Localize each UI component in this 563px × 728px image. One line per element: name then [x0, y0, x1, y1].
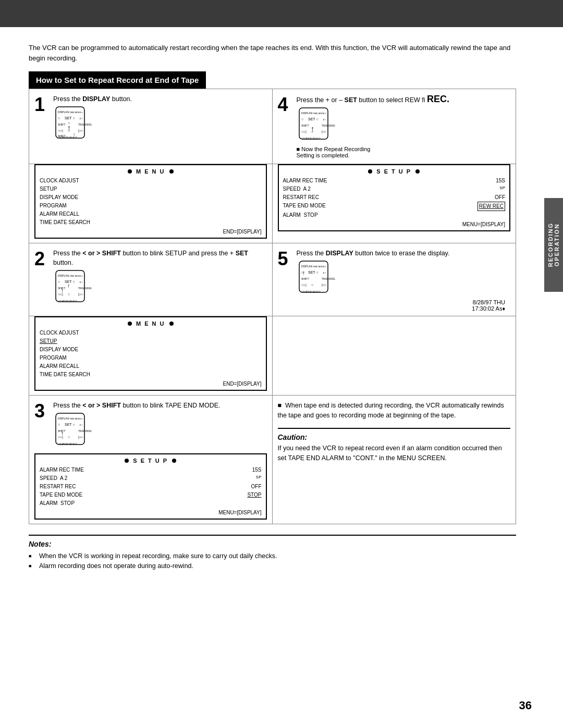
svg-text:○◁: ○◁	[301, 283, 307, 287]
menu-dot-left	[128, 169, 132, 174]
step-4-text: Press the + or – SET button to select RE…	[297, 94, 511, 105]
menu-item-setup-2: SETUP	[40, 337, 262, 346]
svg-text:○: ○	[68, 292, 70, 296]
svg-text:LOCATION SELECT: LOCATION SELECT	[301, 290, 321, 293]
menu-item-display-2: DISPLAY MODE	[40, 346, 262, 354]
setup-dot-left-4	[368, 169, 372, 174]
step-1-menu-items: CLOCK ADJUST SETUP DISPLAY MODE PROGRAM …	[40, 177, 262, 227]
step-2-menu-footer: END=[DISPLAY]	[40, 381, 262, 387]
menu-row-1: M E N U CLOCK ADJUST SETUP DISPLAY MODE …	[29, 164, 516, 243]
note-item-1: When the VCR is working in repeat record…	[29, 551, 516, 561]
svg-text:↑: ↑	[67, 124, 71, 132]
svg-text:∨TIME MODE∧: ∨TIME MODE∧	[311, 265, 326, 268]
step-3-number: 3	[34, 402, 49, 449]
svg-text:○◁: ○◁	[301, 130, 307, 133]
step-5-right-cell	[273, 316, 516, 395]
step-4-remote-svg: DISPLAY ∨TIME MODE∧ ○ SET ○ ∧○ SHIFT TRA…	[297, 107, 344, 142]
step-2-menu-items: CLOCK ADJUST SETUP DISPLAY MODE PROGRAM …	[40, 329, 262, 379]
step-1-menu-header: M E N U	[40, 168, 262, 175]
step-4-remote: DISPLAY ∨TIME MODE∧ ○ SET ○ ∧○ SHIFT TRA…	[297, 107, 511, 144]
step-2-remote-svg: DISPLAY ∨TIME MODE∧ ○ SET ○ ∧○ SHIFT TRA…	[53, 269, 100, 305]
menu-item-setup: SETUP	[40, 185, 262, 193]
setup-label: SPEED A 2	[40, 474, 67, 483]
section-heading: How to Set to Repeat Record at End of Ta…	[29, 71, 206, 89]
menu-item-alarm-2: ALARM RECALL	[40, 362, 262, 371]
svg-text:∨TIME MODE∧: ∨TIME MODE∧	[311, 112, 326, 115]
step-3-setup-header: S E T U P	[40, 458, 262, 464]
step-4-setup-header: S E T U P	[283, 168, 506, 175]
setup-row-5-3: ALARM STOP	[40, 499, 262, 508]
svg-text:SET ○: SET ○	[308, 270, 319, 274]
step-4-setup-cell: S E T U P ALARM REC TIME 15S SPEED A 2 S…	[273, 164, 516, 243]
svg-text:LOCATION SELECT: LOCATION SELECT	[58, 136, 77, 139]
svg-text:○: ○	[58, 280, 60, 283]
top-banner	[0, 0, 563, 27]
notes-title: Notes:	[29, 540, 516, 548]
caution-text: If you need the VCR to repeat record eve…	[278, 443, 511, 463]
svg-text:LOCATION SELECT: LOCATION SELECT	[58, 442, 77, 445]
svg-text:↑: ↑	[61, 430, 64, 436]
step-1-number: 1	[34, 95, 49, 143]
svg-text:TRACKING: TRACKING	[78, 429, 92, 433]
svg-text:LOCATION SELECT: LOCATION SELECT	[58, 300, 77, 302]
svg-text:▷○: ▷○	[78, 129, 83, 132]
svg-text:▷○: ▷○	[78, 292, 83, 296]
note-item-2: Alarm recording does not operate during …	[29, 561, 516, 571]
setup-label: ALARM STOP	[40, 499, 75, 508]
step-2-number: 2	[34, 250, 49, 306]
setup-dot-right-4	[415, 169, 420, 174]
step-3-setup-footer: MENU=[DISPLAY]	[40, 510, 262, 515]
svg-text:↑: ↑	[311, 125, 314, 133]
step-row-3: 3 Press the < or > SHIFT button to blink…	[29, 396, 516, 524]
step-1-text: Press the DISPLAY button.	[53, 94, 132, 104]
setup-row-4-3: TAPE END MODE STOP	[40, 491, 262, 499]
svg-text:▷○: ▷○	[322, 130, 326, 133]
step-4-setup-items: ALARM REC TIME 15S SPEED A 2 SP RESTART …	[283, 177, 506, 219]
setup-row-2-3: SPEED A 2 SP	[40, 474, 262, 483]
notes-section: Notes: When the VCR is working in repeat…	[29, 535, 516, 571]
step-3-remote: DISPLAY ∨TIME MODE∧ ○ SET ○ ∧○ SHIFT TRA…	[53, 412, 221, 449]
svg-text:SHIFT: SHIFT	[301, 277, 309, 280]
step-2-menu-header: M E N U	[40, 320, 262, 327]
right-col-bottom: ■ When tape end is detected during recor…	[273, 396, 516, 524]
step-5-text: Press the DISPLAY button twice to erase …	[297, 249, 450, 258]
svg-text:SET ○: SET ○	[65, 423, 75, 426]
menu-item-display: DISPLAY MODE	[40, 193, 262, 202]
step-4-setup-footer: MENU=[DISPLAY]	[283, 221, 506, 227]
svg-text:TRACKING: TRACKING	[78, 123, 92, 126]
setup-row-3-4: RESTART REC OFF	[283, 193, 506, 202]
setup-label: RESTART REC	[283, 193, 319, 202]
steps-outer: 1 Press the DISPLAY button. DISPLAY ∨TIM	[29, 89, 516, 524]
svg-text:○: ○	[58, 116, 60, 120]
setup-value: OFF	[251, 483, 262, 491]
svg-text:○: ○	[68, 435, 70, 439]
svg-text:TRACKING: TRACKING	[78, 287, 92, 290]
step-3-setup-box: S E T U P ALARM REC TIME 15S SPEED A 2 S…	[34, 453, 267, 520]
step-1-menu-cell: M E N U CLOCK ADJUST SETUP DISPLAY MODE …	[29, 164, 273, 243]
menu-dot-right-2	[169, 322, 174, 326]
svg-text:∧○: ∧○	[79, 423, 83, 426]
setup-row-5-4: ALARM STOP	[283, 211, 506, 219]
setup-label: TAPE END MODE	[283, 202, 326, 211]
step-1-menu-footer: END=[DISPLAY]	[40, 229, 262, 235]
step-5-time-display: 8/28/97 THU17:30:02 As♦	[278, 299, 511, 312]
tape-end-note: ■ When tape end is detected during recor…	[278, 401, 511, 421]
step-1-menu-box: M E N U CLOCK ADJUST SETUP DISPLAY MODE …	[34, 164, 267, 239]
setup-title-3: S E T U P	[133, 458, 168, 464]
svg-text:∨TIME MODE∧: ∨TIME MODE∧	[68, 275, 83, 277]
step-1-remote: DISPLAY ∨TIME MODE∧ ○ SET ○ ∧○ SHIFT ↑ T…	[53, 106, 132, 143]
svg-text:▷○: ▷○	[78, 435, 83, 439]
svg-text:∧○: ∧○	[79, 280, 83, 283]
step-4-setup-box: S E T U P ALARM REC TIME 15S SPEED A 2 S…	[278, 164, 511, 231]
caution-section: Caution: If you need the VCR to repeat r…	[278, 428, 511, 463]
menu-item-clock-2: CLOCK ADJUST	[40, 329, 262, 337]
svg-text:TRACKING: TRACKING	[322, 124, 335, 127]
caution-title: Caution:	[278, 433, 511, 441]
setup-row-1-4: ALARM REC TIME 15S	[283, 177, 506, 185]
step-3-setup-wrap: S E T U P ALARM REC TIME 15S SPEED A 2 S…	[34, 453, 267, 520]
intro-text: The VCR can be programmed to automatical…	[29, 43, 516, 63]
setup-value: SP	[256, 474, 262, 483]
setup-value: REW REC	[478, 202, 505, 211]
step-row-1: 1 Press the DISPLAY button. DISPLAY ∨TIM	[29, 89, 516, 164]
step-3-remote-svg: DISPLAY ∨TIME MODE∧ ○ SET ○ ∧○ SHIFT TRA…	[53, 412, 100, 448]
